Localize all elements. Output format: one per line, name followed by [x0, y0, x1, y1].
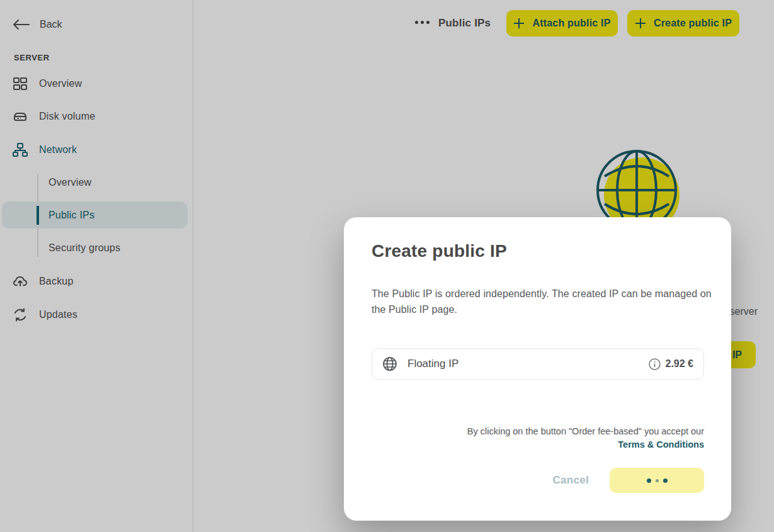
option-price-group: 2.92 € — [649, 358, 693, 370]
terms-text: By clicking on the button "Order fee-bas… — [467, 426, 704, 436]
app-window: Back SERVER Overview Disk — [0, 0, 774, 532]
globe-icon — [382, 356, 397, 371]
terms-notice: By clicking on the button "Order fee-bas… — [402, 425, 704, 451]
info-icon[interactable] — [649, 358, 661, 370]
option-label: Floating IP — [407, 358, 458, 370]
create-public-ip-modal: Create public IP The Public IP is ordere… — [344, 217, 731, 521]
modal-description: The Public IP is ordered independently. … — [372, 286, 712, 317]
floating-ip-option-row[interactable]: Floating IP 2.92 € — [372, 348, 704, 380]
order-button-loading[interactable] — [610, 468, 704, 493]
loading-dots-icon — [647, 478, 651, 483]
modal-title: Create public IP — [372, 241, 507, 261]
cancel-button[interactable]: Cancel — [552, 474, 589, 487]
option-price: 2.92 € — [666, 358, 693, 370]
terms-and-conditions-link[interactable]: Terms & Conditions — [618, 439, 704, 450]
modal-actions: Cancel — [552, 468, 704, 493]
